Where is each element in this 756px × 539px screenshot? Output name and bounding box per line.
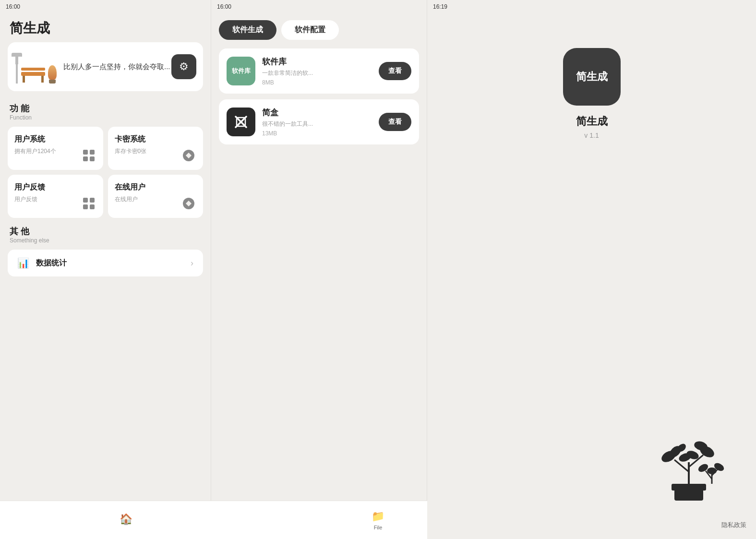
card-system-card[interactable]: 卡密系统 库存卡密0张 (108, 127, 204, 170)
hero-illustration (15, 50, 57, 84)
other-section-header: 其 他 Something else (0, 222, 211, 246)
user-system-title: 用户系统 (14, 134, 96, 144)
tab-software-generate[interactable]: 软件生成 (219, 20, 276, 40)
online-users-card[interactable]: 在线用户 在线用户 (108, 175, 204, 218)
card-system-title: 卡密系统 (115, 134, 197, 144)
privacy-policy-link[interactable]: 隐私政策 (721, 521, 746, 529)
plant-svg-icon (650, 433, 727, 501)
app-logo-text: 简生成 (576, 70, 608, 84)
user-feedback-card[interactable]: 用户反馈 用户反馈 (8, 175, 103, 218)
other-title-en: Something else (10, 237, 201, 244)
svg-rect-1 (90, 150, 95, 155)
online-users-title: 在线用户 (115, 182, 197, 192)
svg-rect-5 (83, 198, 88, 203)
jianhe-card: 简盒 很不错的一款工具... 13MB 查看 (219, 99, 419, 144)
app-title: 简生成 (0, 13, 211, 42)
software-library-icon-text: 软件库 (232, 67, 251, 75)
jianhe-icon (227, 108, 255, 136)
jianhe-info: 简盒 很不错的一款工具... 13MB (262, 107, 372, 137)
left-panel: 16:00 简生成 比别人多一点 (0, 0, 211, 539)
chevron-right-icon: › (191, 258, 193, 268)
software-library-name: 软件库 (262, 56, 372, 67)
svg-rect-0 (83, 150, 88, 155)
software-list: 软件库 软件库 一款非常简洁的软... 8MB 查看 简盒 很不错的一款工具..… (211, 45, 427, 148)
middle-file-icon: 📁 (372, 510, 384, 523)
software-library-size: 8MB (262, 79, 372, 86)
middle-home-icon: 🏠 (120, 513, 132, 526)
user-feedback-icon (80, 195, 97, 212)
user-feedback-title: 用户反馈 (14, 182, 96, 192)
hero-card: 比别人多一点坚持，你就会夺取... ⚙ (8, 42, 203, 91)
jianhe-desc: 很不错的一款工具... (262, 120, 372, 128)
svg-rect-6 (90, 198, 95, 203)
software-library-info: 软件库 一款非常简洁的软... 8MB (262, 56, 372, 86)
streetlight-icon (15, 56, 18, 84)
svg-rect-7 (83, 204, 88, 209)
right-status-bar: 16:19 (427, 0, 756, 13)
other-title-cn: 其 他 (10, 226, 201, 237)
svg-rect-14 (672, 484, 706, 491)
jianhe-view-button[interactable]: 查看 (379, 113, 411, 131)
middle-nav-home[interactable]: 🏠 (0, 513, 252, 527)
software-library-desc: 一款非常简洁的软... (262, 69, 372, 77)
user-system-icon (80, 147, 97, 164)
gear-icon: ⚙ (179, 60, 189, 73)
svg-point-30 (707, 467, 717, 474)
app-logo-circle: 简生成 (563, 48, 621, 106)
middle-file-label: File (374, 525, 383, 530)
software-library-card: 软件库 软件库 一款非常简洁的软... 8MB 查看 (219, 48, 419, 94)
data-stats-label: 数据统计 (36, 258, 191, 268)
jianhe-size: 13MB (262, 130, 372, 137)
right-panel: 16:19 简生成 简生成 v 1.1 (427, 0, 756, 539)
middle-status-bar: 16:00 (211, 0, 427, 13)
svg-rect-3 (90, 156, 95, 161)
svg-rect-2 (83, 156, 88, 161)
middle-panel: 16:00 软件生成 软件配置 软件库 软件库 一款非常简洁的软... 8MB … (211, 0, 427, 539)
software-library-view-button[interactable]: 查看 (379, 62, 411, 80)
flame-icon (48, 65, 57, 84)
middle-time: 16:00 (217, 3, 231, 10)
jianhe-name: 简盒 (262, 107, 372, 118)
settings-button[interactable]: ⚙ (171, 54, 196, 79)
function-title-en: Function (10, 114, 201, 121)
bench-icon (21, 68, 45, 83)
svg-line-16 (674, 460, 689, 472)
app-version-label: v 1.1 (584, 132, 599, 139)
function-section-header: 功 能 Function (0, 99, 211, 123)
tab-software-config[interactable]: 软件配置 (281, 20, 339, 40)
bar-chart-icon: 📊 (17, 257, 29, 269)
function-title-cn: 功 能 (10, 103, 201, 114)
card-system-icon (180, 147, 197, 164)
user-system-card[interactable]: 用户系统 拥有用户1204个 (8, 127, 103, 170)
data-stats-card[interactable]: 📊 数据统计 › (8, 250, 203, 276)
svg-rect-8 (90, 204, 95, 209)
function-grid: 用户系统 拥有用户1204个 卡密系统 库存卡密0张 (8, 127, 203, 218)
left-time: 16:00 (6, 3, 20, 10)
plant-decoration (650, 433, 727, 501)
left-status-bar: 16:00 (0, 0, 211, 13)
right-time: 16:19 (433, 3, 447, 10)
online-users-icon (180, 195, 197, 212)
software-library-icon: 软件库 (227, 57, 255, 85)
tab-row: 软件生成 软件配置 (211, 13, 427, 45)
app-name-label: 简生成 (576, 114, 608, 129)
